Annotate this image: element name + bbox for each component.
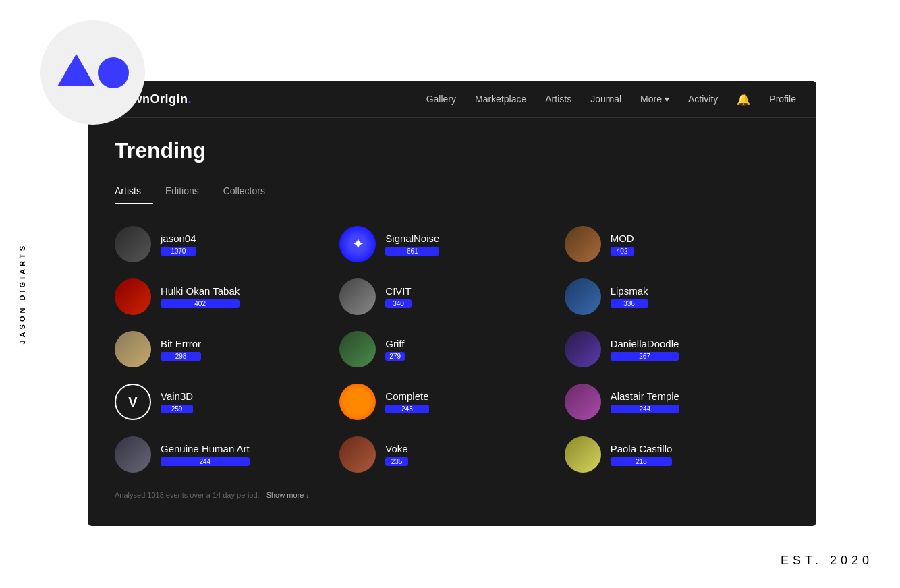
- artist-name: Paola Castillo: [611, 443, 673, 454]
- artist-name: MOD: [611, 233, 634, 244]
- artist-item[interactable]: VVain3D259: [115, 376, 339, 428]
- logo-circle: [40, 20, 145, 125]
- artist-name: Complete: [385, 390, 428, 402]
- artist-score: 402: [611, 247, 634, 256]
- artist-item[interactable]: ✦SignalNoise661: [339, 218, 564, 270]
- analysis-note: Analysed 1018 events over a 14 day perio…: [115, 491, 260, 499]
- artist-name: jason04: [161, 233, 196, 244]
- artist-score: 218: [611, 457, 673, 466]
- artist-avatar: [565, 226, 601, 262]
- logo-icon: [57, 57, 129, 88]
- artist-name: Griff: [385, 338, 405, 349]
- tabs-bar: Artists Editions Collectors: [115, 180, 789, 204]
- artist-name: DaniellaDoodle: [611, 338, 679, 349]
- artist-item[interactable]: Genuine Human Art244: [115, 428, 339, 481]
- activity-link[interactable]: Activity: [688, 94, 718, 105]
- logo-dot-icon: [98, 57, 129, 88]
- artist-item[interactable]: Complete248: [339, 376, 564, 428]
- marketplace-link[interactable]: Marketplace: [475, 94, 526, 105]
- artist-item[interactable]: Alastair Temple244: [565, 376, 789, 428]
- page-title: Trending: [115, 138, 789, 163]
- artist-name: SignalNoise: [385, 233, 439, 244]
- journal-link[interactable]: Journal: [590, 94, 621, 105]
- artist-item[interactable]: Griff279: [339, 323, 564, 376]
- nav-links: Gallery Marketplace Artists Journal More…: [426, 93, 796, 106]
- artist-avatar: [565, 331, 601, 368]
- est-label: EST. 2020: [781, 554, 873, 568]
- artist-info: Voke235: [385, 443, 407, 466]
- tab-collectors[interactable]: Collectors: [223, 180, 277, 204]
- artist-score: 267: [611, 352, 679, 361]
- artist-avatar: [339, 331, 376, 368]
- artist-name: Vain3D: [161, 390, 193, 402]
- artist-item[interactable]: DaniellaDoodle267: [565, 323, 789, 376]
- artist-info: Genuine Human Art244: [161, 443, 250, 466]
- artist-item[interactable]: Voke235: [339, 428, 564, 481]
- gallery-link[interactable]: Gallery: [426, 94, 456, 105]
- side-text: JASON DIGIARTS: [18, 243, 26, 345]
- tab-artists[interactable]: Artists: [115, 180, 153, 204]
- artist-score: 279: [385, 352, 405, 361]
- artist-info: Complete248: [385, 390, 428, 413]
- side-decoration: JASON DIGIARTS: [0, 0, 44, 588]
- artist-info: Bit Errror298: [161, 338, 201, 361]
- browser-window: KnownOrigin. Gallery Marketplace Artists…: [88, 81, 816, 526]
- artist-item[interactable]: Lipsmak336: [565, 270, 789, 323]
- artist-score: 248: [385, 405, 428, 413]
- artist-item[interactable]: Bit Errror298: [115, 323, 339, 376]
- artist-info: MOD402: [611, 233, 634, 256]
- artist-info: Lipsmak336: [611, 285, 648, 308]
- side-line-top: [22, 13, 22, 54]
- artists-link[interactable]: Artists: [545, 94, 571, 105]
- logo-triangle-icon: [57, 54, 95, 86]
- artist-score: 661: [385, 247, 439, 256]
- profile-link[interactable]: Profile: [769, 94, 796, 105]
- artist-name: Genuine Human Art: [161, 443, 250, 454]
- show-more-button[interactable]: Show more ↓: [266, 491, 310, 499]
- artist-name: Lipsmak: [611, 285, 648, 297]
- artist-info: Griff279: [385, 338, 405, 361]
- artist-info: jason041070: [161, 233, 196, 256]
- artist-avatar: [339, 278, 376, 315]
- artists-grid: jason041070✦SignalNoise661MOD402Hulki Ok…: [115, 218, 789, 481]
- side-line-bottom: [22, 534, 22, 575]
- more-link[interactable]: More ▾: [640, 94, 669, 105]
- artist-item[interactable]: jason041070: [115, 218, 339, 270]
- artist-name: Bit Errror: [161, 338, 201, 349]
- artist-score: 244: [611, 405, 679, 413]
- artist-avatar: [565, 436, 601, 473]
- artist-score: 244: [161, 457, 250, 466]
- artist-score: 336: [611, 299, 648, 308]
- artist-avatar: [339, 384, 376, 420]
- page-content: Trending Artists Editions Collectors jas…: [88, 118, 816, 526]
- artist-item[interactable]: Paola Castillo218: [565, 428, 789, 481]
- artist-info: DaniellaDoodle267: [611, 338, 679, 361]
- artist-info: Hulki Okan Tabak402: [161, 285, 240, 308]
- artist-avatar: V: [115, 384, 151, 420]
- artist-score: 259: [161, 405, 193, 413]
- artist-avatar: [115, 331, 151, 368]
- artist-name: Alastair Temple: [611, 390, 679, 402]
- artist-avatar: ✦: [339, 226, 376, 262]
- artist-avatar: [339, 436, 376, 473]
- artist-score: 402: [161, 299, 240, 308]
- artist-avatar: [565, 278, 601, 315]
- footer-note: Analysed 1018 events over a 14 day perio…: [115, 491, 789, 499]
- artist-info: Alastair Temple244: [611, 390, 679, 413]
- artist-avatar: [115, 278, 151, 315]
- artist-item[interactable]: MOD402: [565, 218, 789, 270]
- artist-item[interactable]: Hulki Okan Tabak402: [115, 270, 339, 323]
- artist-info: SignalNoise661: [385, 233, 439, 256]
- bell-icon[interactable]: 🔔: [737, 93, 750, 106]
- artist-score: 235: [385, 457, 407, 466]
- artist-avatar: [115, 436, 151, 473]
- artist-item[interactable]: CIVIT340: [339, 270, 564, 323]
- artist-score: 340: [385, 299, 411, 308]
- tab-editions[interactable]: Editions: [165, 180, 211, 204]
- navbar: KnownOrigin. Gallery Marketplace Artists…: [88, 81, 816, 118]
- artist-info: Paola Castillo218: [611, 443, 673, 466]
- chevron-down-icon: ▾: [665, 94, 669, 105]
- artist-avatar: [115, 226, 151, 262]
- artist-info: CIVIT340: [385, 285, 411, 308]
- artist-info: Vain3D259: [161, 390, 193, 413]
